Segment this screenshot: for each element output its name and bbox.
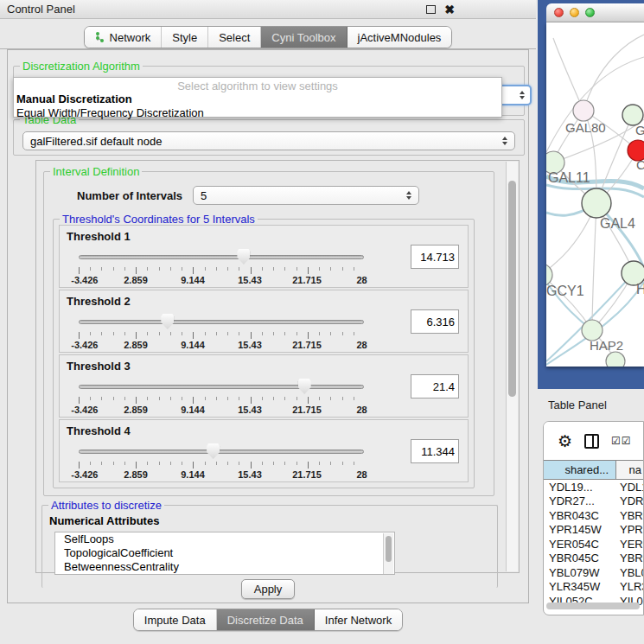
apply-button[interactable]: Apply: [241, 579, 295, 599]
number-of-intervals-value: 5: [201, 189, 207, 202]
threshold-1-slider-thumb[interactable]: [237, 249, 250, 265]
threshold-2-slider-track[interactable]: [79, 320, 364, 324]
list-item[interactable]: TopologicalCoefficient: [55, 546, 394, 560]
list-item[interactable]: BetweennessCentrality: [55, 560, 394, 574]
threshold-4-panel: Threshold 4 -3.426 2.859 9.144 15.43 21.…: [59, 419, 469, 482]
node-bottom-partial[interactable]: [606, 352, 625, 367]
slider-tick-labels: -3.426 2.859 9.144 15.43 21.715 28: [79, 405, 364, 415]
attributes-to-discretize-group: Attributes to discretize Numerical Attri…: [41, 505, 498, 588]
tab-style[interactable]: Style: [162, 27, 208, 48]
bottom-tab-bar: Impute Data Discretize Data Infer Networ…: [0, 609, 536, 631]
table-row[interactable]: YBL079WYBL0: [544, 565, 643, 580]
settings-scrollbar[interactable]: [506, 162, 518, 571]
float-window-icon[interactable]: [426, 5, 436, 14]
threshold-2-label: Threshold 2: [67, 295, 131, 308]
threshold-4-slider-thumb[interactable]: [207, 443, 220, 459]
table-panel-toolbar: ⚙ ☑☑: [544, 422, 643, 460]
threshold-4-label: Threshold 4: [67, 424, 131, 437]
column-header-name[interactable]: na: [616, 461, 643, 479]
tab-select[interactable]: Select: [208, 27, 261, 48]
network-view-window: GAL80 GA C GAL11 GAL4 GCY1 H HAP2: [538, 0, 644, 389]
threshold-1-panel: Threshold 1 -3.426 2.859 9.144 15.43 21.…: [59, 225, 469, 288]
tab-impute-data[interactable]: Impute Data: [134, 609, 217, 630]
column-header-shared-name[interactable]: shared...: [544, 461, 616, 479]
combo-arrows-icon: [502, 137, 507, 145]
settings-scroll-area: Interval Definition Number of Intervals …: [35, 160, 520, 573]
network-canvas[interactable]: GAL80 GA C GAL11 GAL4 GCY1 H HAP2: [546, 22, 644, 367]
slider-ticks: [79, 332, 365, 339]
threshold-2-slider-thumb[interactable]: [161, 314, 174, 329]
cyni-toolbox-panel: Discretization Algorithm Select algorith…: [7, 49, 529, 603]
table-row[interactable]: YDL19...YDL1: [544, 480, 643, 494]
threshold-4-value-field[interactable]: [411, 439, 459, 463]
table-row[interactable]: YPR145WYPR1: [544, 523, 643, 538]
gear-icon[interactable]: ⚙: [558, 433, 572, 450]
table-data-selected-value: galFiltered.sif default node: [30, 135, 162, 148]
table-row[interactable]: YBR045CYBR0: [544, 552, 643, 566]
table-panel-header: Table Panel: [536, 391, 644, 418]
threshold-3-label: Threshold 3: [67, 360, 131, 373]
close-icon[interactable]: ✖: [444, 5, 455, 14]
slider-tick-labels: -3.426 2.859 9.144 15.43 21.715 28: [79, 275, 364, 285]
node-label-gcy1: GCY1: [546, 284, 584, 298]
list-scrollbar[interactable]: [383, 533, 393, 575]
zoom-traffic-icon[interactable]: [585, 8, 595, 17]
node-label-partial-ga: GA: [635, 123, 644, 137]
tab-network[interactable]: Network: [85, 27, 163, 48]
columns-icon[interactable]: [584, 434, 599, 449]
threshold-1-value-field[interactable]: [411, 245, 459, 269]
control-panel: Control Panel ✖ Network Style Select Cyn…: [0, 0, 536, 644]
threshold-3-slider-thumb[interactable]: [298, 379, 311, 394]
table-row[interactable]: YLR345WYLR3: [544, 580, 643, 595]
slider-ticks: [79, 397, 365, 404]
combo-arrows-icon: [520, 91, 525, 99]
top-tab-bar: Network Style Select Cyni Toolbox jActiv…: [0, 26, 536, 48]
threshold-2-panel: Threshold 2 -3.426 2.859 9.144 15.43 21.…: [59, 290, 469, 353]
threshold-1-label: Threshold 1: [67, 230, 131, 243]
threshold-1-slider-track[interactable]: [79, 255, 364, 259]
node-label-h: H: [636, 282, 644, 296]
threshold-4-slider-track[interactable]: [79, 450, 364, 454]
threshold-coordinates-group: Threshold's Coordinates for 5 Intervals …: [53, 219, 475, 488]
slider-tick-labels: -3.426 2.859 9.144 15.43 21.715 28: [79, 340, 364, 350]
minimize-traffic-icon[interactable]: [570, 8, 579, 17]
node-gal4[interactable]: [582, 188, 611, 218]
network-window-titlebar: [546, 3, 644, 22]
table-data-group: Table Data galFiltered.sif default node: [13, 119, 525, 156]
tab-infer-network[interactable]: Infer Network: [315, 609, 402, 630]
slider-ticks: [79, 267, 365, 274]
table-rows: YDL19...YDL1 YDR27...YDR2 YBR043CYBR0 YP…: [544, 480, 643, 609]
dropdown-item-equal-width-frequency[interactable]: Equal Width/Frequency Discretization: [14, 106, 501, 120]
tab-cyni-toolbox[interactable]: Cyni Toolbox: [261, 27, 347, 48]
numerical-attributes-list: SelfLoops TopologicalCoefficient Between…: [54, 532, 395, 575]
dropdown-placeholder-item[interactable]: Select algorithm to view settings: [14, 78, 501, 92]
threshold-3-slider-track[interactable]: [79, 385, 364, 389]
number-of-intervals-combobox[interactable]: 5: [193, 186, 419, 205]
tab-jactivemnodules[interactable]: jActiveMNodules: [348, 27, 452, 48]
table-row[interactable]: YDR27...YDR2: [544, 494, 643, 509]
slider-tick-labels: -3.426 2.859 9.144 15.43 21.715 28: [79, 469, 364, 480]
numerical-attributes-label: Numerical Attributes: [49, 514, 159, 527]
network-icon: [95, 31, 105, 43]
attributes-to-discretize-title: Attributes to discretize: [48, 499, 164, 512]
threshold-3-value-field[interactable]: [411, 374, 459, 399]
table-row[interactable]: YBR043CYBR0: [544, 508, 643, 523]
threshold-2-value-field[interactable]: [411, 309, 459, 334]
list-item[interactable]: SelfLoops: [55, 532, 394, 546]
select-columns-icon[interactable]: ☑☑: [611, 435, 632, 447]
close-traffic-icon[interactable]: [554, 8, 564, 17]
control-panel-titlebar: Control Panel ✖: [0, 0, 536, 19]
table-horizontal-scrollbar[interactable]: [546, 603, 640, 609]
threshold-3-panel: Threshold 3 -3.426 2.859 9.144 15.43 21.…: [59, 354, 469, 418]
table-row[interactable]: YER054CYER0: [544, 537, 643, 552]
dropdown-item-manual-discretization[interactable]: Manual Discretization: [14, 92, 501, 106]
node-label-gal80: GAL80: [565, 120, 606, 135]
table-panel-title: Table Panel: [536, 399, 607, 411]
table-data-combobox[interactable]: galFiltered.sif default node: [22, 131, 515, 150]
node-label-hap2: HAP2: [590, 338, 623, 353]
tab-discretize-data[interactable]: Discretize Data: [217, 609, 315, 630]
combo-arrows-icon: [406, 191, 411, 200]
interval-definition-title: Interval Definition: [50, 165, 142, 178]
threshold-coordinates-title: Threshold's Coordinates for 5 Intervals: [60, 213, 258, 226]
node-gal80[interactable]: [573, 100, 594, 121]
